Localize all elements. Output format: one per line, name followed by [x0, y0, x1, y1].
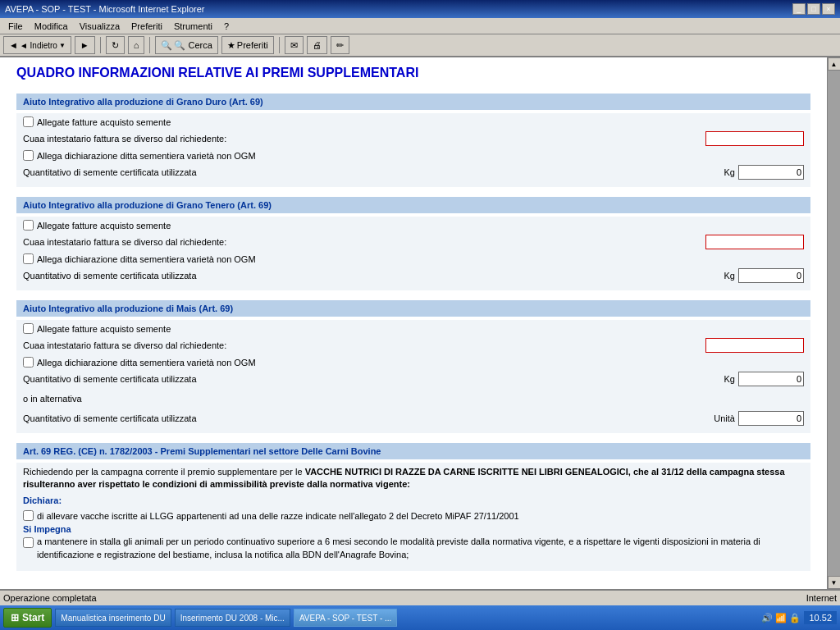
checkbox-row-m-2: Allega dichiarazione ditta sementiera va… — [23, 357, 804, 368]
input-m-units[interactable] — [738, 411, 804, 426]
input-gt-kg[interactable] — [738, 268, 804, 283]
section-mais: Aiuto Integrativo alla produzione di Mai… — [16, 300, 810, 433]
restore-button[interactable]: □ — [807, 3, 820, 15]
checkbox-row-gd-1: Allegate fatture acquisto semente — [23, 116, 804, 127]
checkbox-gt-allegate[interactable] — [23, 220, 34, 231]
art69-si-impegna-label: Si Impegna — [23, 524, 804, 534]
home-icon: ⌂ — [134, 40, 139, 50]
label-gd-ogm: Allega dichiarazione ditta sementiera va… — [37, 151, 256, 161]
scroll-up-button[interactable]: ▲ — [828, 57, 841, 71]
label-m-cuaa: Cuaa intestatario fattura se diverso dal… — [23, 340, 705, 350]
label-gt-kg: Quantitativo di semente certificata util… — [23, 271, 724, 281]
input-m-cuaa[interactable] — [705, 338, 804, 353]
label-gt-allegate: Allegate fatture acquisto semente — [37, 221, 171, 231]
taskbar-item-label-2: AVEPA - SOP - TEST - ... — [299, 614, 391, 623]
form-row-gd-cuaa: Cuaa intestatario fattura se diverso dal… — [23, 130, 804, 147]
close-button[interactable]: × — [822, 3, 835, 15]
input-gt-cuaa[interactable] — [705, 235, 804, 249]
toolbar: ◄ ◄ Indietro ▼ ► ↻ ⌂ 🔍 🔍 Cerca ★ Preferi… — [0, 34, 840, 57]
checkbox-art69-dichiara[interactable] — [23, 510, 34, 521]
kg-unit-gd: Kg — [724, 167, 735, 177]
input-gd-cuaa[interactable] — [705, 131, 804, 146]
content-area: QUADRO INFORMAZIONI RELATIVE AI PREMI SU… — [0, 57, 827, 589]
checkbox-art69-impegna[interactable] — [23, 537, 34, 548]
taskbar-item-label-1: Inserimento DU 2008 - Mic... — [180, 614, 285, 623]
scroll-track[interactable] — [828, 71, 841, 576]
favorites-button[interactable]: ★ Preferiti — [221, 36, 274, 54]
checkbox-m-allegate[interactable] — [23, 323, 34, 334]
title-bar: AVEPA - SOP - TEST - Microsoft Internet … — [0, 0, 840, 18]
forward-icon: ► — [80, 40, 89, 50]
scrollbar[interactable]: ▲ ▼ — [827, 57, 840, 589]
edit-button[interactable]: ✏ — [331, 36, 349, 54]
checkbox-row-gt-2: Allega dichiarazione ditta sementiera va… — [23, 253, 804, 264]
label-gd-kg: Quantitativo di semente certificata util… — [23, 167, 724, 177]
checkbox-m-ogm[interactable] — [23, 357, 34, 368]
menu-help[interactable]: ? — [219, 20, 234, 33]
print-button[interactable]: 🖨 — [307, 36, 327, 54]
home-button[interactable]: ⌂ — [128, 36, 145, 54]
separator-2 — [149, 37, 150, 53]
back-icon: ◄ — [9, 40, 18, 50]
menu-modifica[interactable]: Modifica — [30, 20, 73, 33]
taskbar-item-label-0: Manualistica inserimento DU — [61, 614, 165, 623]
menu-file[interactable]: File — [3, 20, 28, 33]
kg-unit-m: Kg — [724, 374, 735, 384]
label-m-kg: Quantitativo di semente certificata util… — [23, 374, 724, 384]
refresh-icon: ↻ — [112, 40, 119, 51]
clock: 10.52 — [804, 611, 837, 624]
art69-header: Art. 69 REG. (CE) n. 1782/2003 - Premi S… — [16, 443, 810, 459]
edit-icon: ✏ — [336, 40, 344, 51]
search-button[interactable]: 🔍 🔍 Cerca — [155, 36, 217, 54]
start-button[interactable]: ⊞ Start — [3, 608, 52, 628]
label-gd-allegate: Allegate fatture acquisto semente — [37, 117, 171, 127]
form-row-m-units: Quantitativo di semente certificata util… — [23, 410, 804, 427]
menu-strumenti[interactable]: Strumenti — [169, 20, 217, 33]
mail-button[interactable]: ✉ — [285, 36, 304, 54]
form-row-m-cuaa: Cuaa intestatario fattura se diverso dal… — [23, 337, 804, 354]
input-m-kg[interactable] — [738, 372, 804, 386]
label-m-alternative: o in alternativa — [23, 394, 82, 404]
checkbox-row-art69-dichiara: di allevare vacche iscritte ai LLGG appa… — [23, 510, 804, 521]
checkbox-row-gd-2: Allega dichiarazione ditta sementiera va… — [23, 150, 804, 161]
kg-unit-gt: Kg — [724, 271, 735, 281]
browser-content: QUADRO INFORMAZIONI RELATIVE AI PREMI SU… — [0, 57, 840, 589]
label-art69-dichiara: di allevare vacche iscritte ai LLGG appa… — [37, 511, 519, 521]
section-header-grano-tenero: Aiuto Integrativo alla produzione di Gra… — [16, 197, 810, 213]
separator-1 — [100, 37, 101, 53]
taskbar-item-2[interactable]: AVEPA - SOP - TEST - ... — [294, 609, 397, 627]
section-body-grano-duro: Allegate fatture acquisto semente Cuaa i… — [16, 113, 810, 187]
label-gt-ogm: Allega dichiarazione ditta sementiera va… — [37, 254, 256, 264]
window-title: AVEPA - SOP - TEST - Microsoft Internet … — [5, 4, 205, 14]
input-gd-kg[interactable] — [738, 165, 804, 180]
form-row-m-alternative: o in alternativa — [23, 390, 804, 407]
minimize-button[interactable]: _ — [792, 3, 806, 15]
page-title: QUADRO INFORMAZIONI RELATIVE AI PREMI SU… — [16, 66, 810, 80]
checkbox-gd-ogm[interactable] — [23, 150, 34, 161]
menu-visualizza[interactable]: Visualizza — [75, 20, 125, 33]
taskbar-item-0[interactable]: Manualistica inserimento DU — [55, 609, 171, 627]
taskbar-item-1[interactable]: Inserimento DU 2008 - Mic... — [175, 609, 290, 627]
scroll-down-button[interactable]: ▼ — [828, 576, 841, 589]
section-art69: Art. 69 REG. (CE) n. 1782/2003 - Premi S… — [16, 443, 810, 571]
checkbox-gt-ogm[interactable] — [23, 253, 34, 264]
status-right: Internet — [806, 593, 837, 603]
taskbar: ⊞ Start Manualistica inserimento DU Inse… — [0, 605, 840, 630]
menu-bar: File Modifica Visualizza Preferiti Strum… — [0, 18, 840, 34]
label-art69-impegna: a mantenere in stalla gli animali per un… — [37, 536, 804, 561]
section-header-mais: Aiuto Integrativo alla produzione di Mai… — [16, 300, 810, 317]
form-row-gd-kg: Quantitativo di semente certificata util… — [23, 164, 804, 180]
forward-button[interactable]: ► — [75, 36, 95, 54]
section-grano-duro: Aiuto Integrativo alla produzione di Gra… — [16, 94, 810, 187]
checkbox-row-m-1: Allegate fatture acquisto semente — [23, 323, 804, 334]
art69-body: Richiedendo per la campagna corrente il … — [16, 463, 810, 571]
label-m-allegate: Allegate fatture acquisto semente — [37, 324, 171, 334]
zone-text: Internet — [806, 593, 837, 603]
back-button[interactable]: ◄ ◄ Indietro ▼ — [3, 36, 71, 54]
menu-preferiti[interactable]: Preferiti — [126, 20, 167, 33]
refresh-button[interactable]: ↻ — [106, 36, 125, 54]
status-text: Operazione completata — [3, 593, 97, 603]
separator-3 — [279, 37, 280, 53]
checkbox-gd-allegate[interactable] — [23, 116, 34, 127]
star-icon: ★ — [227, 40, 235, 51]
